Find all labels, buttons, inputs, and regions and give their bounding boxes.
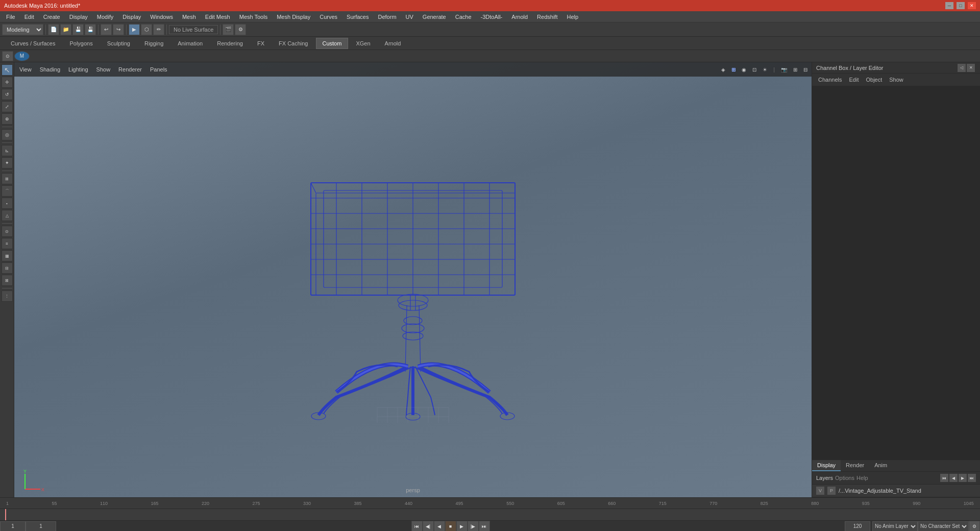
tab-fx-caching[interactable]: FX Caching	[272, 38, 314, 49]
cb-tab-channels[interactable]: Channels	[815, 76, 845, 84]
tab-fx[interactable]: FX	[251, 38, 271, 49]
menu-windows[interactable]: Windows	[146, 13, 177, 21]
universal-manip[interactable]: ⊕	[2, 113, 13, 125]
vp-wireframe[interactable]: ⊞	[729, 66, 738, 74]
layer-list-item[interactable]: V P /...Vintage_Adjustable_TV_Stand	[812, 485, 980, 497]
le-tab-render[interactable]: Render	[841, 460, 869, 471]
close-button[interactable]: ✕	[968, 2, 976, 9]
snap-point-btn[interactable]: •	[2, 198, 13, 209]
panel-collapse-btn[interactable]: ◁	[958, 64, 966, 72]
menu-uv[interactable]: UV	[402, 13, 418, 21]
end-frame-field[interactable]	[845, 521, 870, 532]
vp-menu-shading[interactable]: Shading	[37, 65, 63, 74]
tab-polygons[interactable]: Polygons	[63, 38, 99, 49]
sub-tab-help[interactable]: Help	[856, 475, 868, 481]
play-fwd-btn[interactable]: ▶	[456, 521, 468, 532]
history-btn[interactable]: ⊙	[2, 226, 13, 237]
rotate-tool-btn[interactable]: ↺	[2, 89, 13, 100]
scale-tool-btn[interactable]: ⤢	[2, 101, 13, 112]
tab-arnold-tab[interactable]: Arnold	[378, 38, 408, 49]
menu-help[interactable]: Help	[562, 13, 582, 21]
tab-custom[interactable]: Custom	[316, 38, 349, 49]
play-back-btn[interactable]: ◀	[434, 521, 445, 532]
nav-next-btn[interactable]: ▶	[959, 474, 967, 482]
nav-prev-btn[interactable]: ◀	[949, 474, 958, 482]
nav-first-btn[interactable]: ⏮	[940, 474, 948, 482]
menu-surfaces[interactable]: Surfaces	[342, 13, 373, 21]
vp-menu-show[interactable]: Show	[93, 65, 114, 74]
quick-layout-btn[interactable]: ⊟	[2, 262, 13, 274]
soft-select-btn[interactable]: ◎	[2, 129, 13, 140]
char-set-select[interactable]: No Character Set	[918, 521, 969, 532]
vp-menu-lighting[interactable]: Lighting	[65, 65, 91, 74]
current-frame-field[interactable]	[26, 521, 56, 532]
snap-surface-btn[interactable]: △	[2, 210, 13, 221]
snap-grid-btn[interactable]: ⊞	[2, 173, 13, 184]
timeline-track[interactable]	[0, 509, 980, 520]
render-button[interactable]: 🎬	[223, 24, 234, 35]
vp-grid[interactable]: ⊞	[791, 66, 799, 74]
minimize-button[interactable]: ─	[945, 2, 953, 9]
step-fwd-btn[interactable]: |▶	[468, 521, 479, 532]
step-back-btn[interactable]: ◀|	[423, 521, 434, 532]
paint-select-tool[interactable]: ✏	[153, 24, 164, 35]
vp-menu-renderer[interactable]: Renderer	[115, 65, 145, 74]
save-as-button[interactable]: 💾	[85, 24, 96, 35]
menu-create[interactable]: Create	[39, 13, 64, 21]
vp-menu-view[interactable]: View	[16, 65, 35, 74]
vp-light[interactable]: ☀	[761, 66, 769, 74]
menu-deform[interactable]: Deform	[374, 13, 400, 21]
le-tab-display[interactable]: Display	[812, 460, 841, 471]
anim-settings-btn[interactable]: ⚙	[969, 521, 980, 532]
redo-button[interactable]: ↪	[113, 24, 124, 35]
menu-mesh[interactable]: Mesh	[178, 13, 200, 21]
go-to-start-btn[interactable]: ⏮	[411, 521, 423, 532]
tab-rigging[interactable]: Rigging	[138, 38, 170, 49]
new-scene-button[interactable]: 📄	[48, 24, 59, 35]
panel-expand-btn[interactable]: ✕	[967, 64, 975, 72]
vp-texture[interactable]: ⊡	[750, 66, 758, 74]
layer-playback-toggle[interactable]: P	[827, 487, 836, 495]
layer-visible-toggle[interactable]: V	[816, 487, 824, 495]
cb-tab-show[interactable]: Show	[886, 76, 906, 84]
stop-btn[interactable]: ■	[445, 521, 456, 532]
tab-rendering[interactable]: Rendering	[210, 38, 250, 49]
menu-mesh-display[interactable]: Mesh Display	[273, 13, 314, 21]
menu-arnold[interactable]: Arnold	[507, 13, 532, 21]
sub-tab-options[interactable]: Options	[835, 475, 854, 481]
start-frame-field[interactable]	[0, 521, 26, 532]
menu-edit[interactable]: Edit	[20, 13, 38, 21]
menu-cache[interactable]: Cache	[451, 13, 476, 21]
vp-select-type[interactable]: ◈	[719, 66, 727, 74]
anim-layer-select[interactable]: No Anim Layer	[872, 521, 918, 532]
tab-xgen[interactable]: XGen	[349, 38, 377, 49]
lasso-select-btn[interactable]: ⊾	[2, 145, 13, 156]
le-tab-anim[interactable]: Anim	[869, 460, 892, 471]
tab-sculpting[interactable]: Sculpting	[101, 38, 137, 49]
sub-tab-layers[interactable]: Layers	[816, 475, 833, 481]
mode-select[interactable]: Modeling Rigging Animation FX Rendering …	[2, 24, 43, 35]
menu-modify[interactable]: Modify	[93, 13, 117, 21]
menu-curves[interactable]: Curves	[315, 13, 341, 21]
menu-redshift[interactable]: Redshift	[533, 13, 561, 21]
tab-curves-surfaces[interactable]: Curves / Surfaces	[4, 38, 62, 49]
vp-smooth[interactable]: ◉	[740, 66, 748, 74]
snap-curve-btn[interactable]: ⌒	[2, 185, 13, 197]
menu-generate[interactable]: Generate	[419, 13, 450, 21]
go-to-end-btn[interactable]: ⏭	[479, 521, 490, 532]
vp-menu-panels[interactable]: Panels	[147, 65, 170, 74]
menu-display2[interactable]: Display	[118, 13, 145, 21]
open-scene-button[interactable]: 📁	[60, 24, 71, 35]
menu-file[interactable]: File	[2, 13, 19, 21]
maximize-button[interactable]: □	[957, 2, 965, 9]
render-layer-btn[interactable]: ▦	[2, 250, 13, 261]
nav-last-btn[interactable]: ⏭	[968, 474, 976, 482]
render-settings[interactable]: ⚙	[235, 24, 246, 35]
menu-edit-mesh[interactable]: Edit Mesh	[201, 13, 234, 21]
menu-mesh-tools[interactable]: Mesh Tools	[235, 13, 272, 21]
select-tool[interactable]: ▶	[129, 24, 140, 35]
display-layer-btn[interactable]: ≡	[2, 238, 13, 249]
extra-btn-1[interactable]: ⋮	[2, 291, 13, 302]
lasso-tool[interactable]: ⬡	[141, 24, 152, 35]
vp-camera-type[interactable]: 📷	[779, 66, 789, 74]
